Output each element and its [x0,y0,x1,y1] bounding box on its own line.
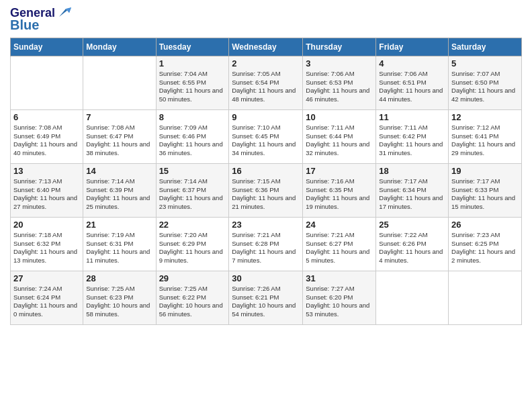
day-number: 29 [159,273,226,283]
day-number: 24 [306,220,373,230]
header: General Blue [10,7,522,32]
calendar-cell: 4Sunrise: 7:06 AM Sunset: 6:51 PM Daylig… [376,56,449,109]
weekday-header-cell: Sunday [11,38,83,56]
day-info: Sunrise: 7:15 AM Sunset: 6:36 PM Dayligh… [232,177,300,212]
calendar-cell: 30Sunrise: 7:26 AM Sunset: 6:21 PM Dayli… [229,271,303,324]
weekday-header-cell: Friday [376,38,449,56]
day-number: 22 [159,220,226,230]
calendar-cell: 21Sunrise: 7:19 AM Sunset: 6:31 PM Dayli… [83,217,156,271]
logo-blue: Blue [10,17,39,32]
day-number: 21 [86,220,152,230]
calendar-week-row: 1Sunrise: 7:04 AM Sunset: 6:55 PM Daylig… [11,56,522,109]
day-number: 16 [232,166,300,176]
day-number: 20 [13,220,80,230]
day-number: 31 [306,273,373,283]
day-info: Sunrise: 7:20 AM Sunset: 6:29 PM Dayligh… [159,231,226,265]
calendar-cell: 24Sunrise: 7:21 AM Sunset: 6:27 PM Dayli… [303,217,376,271]
day-number: 23 [232,220,300,230]
calendar-week-row: 20Sunrise: 7:18 AM Sunset: 6:32 PM Dayli… [11,217,522,271]
calendar-cell [83,56,156,109]
weekday-header-cell: Thursday [303,38,376,56]
calendar-cell: 5Sunrise: 7:07 AM Sunset: 6:50 PM Daylig… [449,56,522,109]
day-info: Sunrise: 7:11 AM Sunset: 6:42 PM Dayligh… [379,124,445,158]
calendar-cell: 11Sunrise: 7:11 AM Sunset: 6:42 PM Dayli… [376,109,449,163]
day-info: Sunrise: 7:19 AM Sunset: 6:31 PM Dayligh… [86,231,152,265]
day-number: 25 [379,220,445,230]
day-number: 27 [13,273,80,283]
logo: General Blue [10,7,71,32]
calendar-cell: 7Sunrise: 7:08 AM Sunset: 6:47 PM Daylig… [83,109,156,163]
calendar-cell: 6Sunrise: 7:08 AM Sunset: 6:49 PM Daylig… [11,109,83,163]
day-info: Sunrise: 7:21 AM Sunset: 6:28 PM Dayligh… [232,231,300,265]
day-info: Sunrise: 7:09 AM Sunset: 6:46 PM Dayligh… [159,124,226,158]
calendar-week-row: 6Sunrise: 7:08 AM Sunset: 6:49 PM Daylig… [11,109,522,163]
weekday-header-row: SundayMondayTuesdayWednesdayThursdayFrid… [11,38,522,56]
day-info: Sunrise: 7:08 AM Sunset: 6:47 PM Dayligh… [86,124,152,158]
calendar-cell: 19Sunrise: 7:17 AM Sunset: 6:33 PM Dayli… [449,163,522,217]
calendar-cell: 27Sunrise: 7:24 AM Sunset: 6:24 PM Dayli… [11,271,83,324]
calendar-body: 1Sunrise: 7:04 AM Sunset: 6:55 PM Daylig… [11,56,522,324]
day-info: Sunrise: 7:06 AM Sunset: 6:51 PM Dayligh… [379,70,445,104]
day-number: 18 [379,166,445,176]
day-info: Sunrise: 7:08 AM Sunset: 6:49 PM Dayligh… [13,124,80,158]
calendar-cell [376,271,449,324]
day-info: Sunrise: 7:06 AM Sunset: 6:53 PM Dayligh… [306,70,373,104]
day-number: 4 [379,58,445,68]
day-number: 15 [159,166,226,176]
calendar-cell: 17Sunrise: 7:16 AM Sunset: 6:35 PM Dayli… [303,163,376,217]
calendar-cell [449,271,522,324]
day-info: Sunrise: 7:23 AM Sunset: 6:25 PM Dayligh… [451,231,519,265]
day-info: Sunrise: 7:14 AM Sunset: 6:39 PM Dayligh… [86,177,152,212]
day-number: 7 [86,112,152,122]
calendar-cell: 15Sunrise: 7:14 AM Sunset: 6:37 PM Dayli… [156,163,229,217]
day-number: 28 [86,273,152,283]
day-number: 1 [159,58,226,68]
day-info: Sunrise: 7:13 AM Sunset: 6:40 PM Dayligh… [13,177,80,212]
calendar-cell: 20Sunrise: 7:18 AM Sunset: 6:32 PM Dayli… [11,217,83,271]
day-info: Sunrise: 7:05 AM Sunset: 6:54 PM Dayligh… [232,70,300,104]
calendar-cell: 18Sunrise: 7:17 AM Sunset: 6:34 PM Dayli… [376,163,449,217]
day-info: Sunrise: 7:11 AM Sunset: 6:44 PM Dayligh… [306,124,373,158]
calendar-cell: 10Sunrise: 7:11 AM Sunset: 6:44 PM Dayli… [303,109,376,163]
calendar-cell: 23Sunrise: 7:21 AM Sunset: 6:28 PM Dayli… [229,217,303,271]
day-info: Sunrise: 7:16 AM Sunset: 6:35 PM Dayligh… [306,177,373,212]
day-number: 11 [379,112,445,122]
day-number: 6 [13,112,80,122]
day-info: Sunrise: 7:12 AM Sunset: 6:41 PM Dayligh… [451,124,519,158]
day-number: 3 [306,58,373,68]
day-number: 2 [232,58,300,68]
day-number: 26 [451,220,519,230]
calendar-cell: 3Sunrise: 7:06 AM Sunset: 6:53 PM Daylig… [303,56,376,109]
day-number: 9 [232,112,300,122]
day-info: Sunrise: 7:17 AM Sunset: 6:33 PM Dayligh… [451,177,519,212]
weekday-header-cell: Saturday [449,38,522,56]
day-number: 14 [86,166,152,176]
day-info: Sunrise: 7:14 AM Sunset: 6:37 PM Dayligh… [159,177,226,212]
day-number: 8 [159,112,226,122]
day-info: Sunrise: 7:18 AM Sunset: 6:32 PM Dayligh… [13,231,80,265]
day-info: Sunrise: 7:04 AM Sunset: 6:55 PM Dayligh… [159,70,226,104]
calendar-cell: 22Sunrise: 7:20 AM Sunset: 6:29 PM Dayli… [156,217,229,271]
day-number: 30 [232,273,300,283]
day-info: Sunrise: 7:10 AM Sunset: 6:45 PM Dayligh… [232,124,300,158]
day-info: Sunrise: 7:24 AM Sunset: 6:24 PM Dayligh… [13,285,80,319]
calendar-cell: 25Sunrise: 7:22 AM Sunset: 6:26 PM Dayli… [376,217,449,271]
calendar-cell: 2Sunrise: 7:05 AM Sunset: 6:54 PM Daylig… [229,56,303,109]
day-number: 13 [13,166,80,176]
calendar-cell: 26Sunrise: 7:23 AM Sunset: 6:25 PM Dayli… [449,217,522,271]
day-info: Sunrise: 7:25 AM Sunset: 6:23 PM Dayligh… [86,285,152,319]
calendar-cell: 16Sunrise: 7:15 AM Sunset: 6:36 PM Dayli… [229,163,303,217]
calendar-cell: 9Sunrise: 7:10 AM Sunset: 6:45 PM Daylig… [229,109,303,163]
calendar-cell: 8Sunrise: 7:09 AM Sunset: 6:46 PM Daylig… [156,109,229,163]
day-info: Sunrise: 7:07 AM Sunset: 6:50 PM Dayligh… [451,70,519,104]
day-number: 19 [451,166,519,176]
weekday-header-cell: Tuesday [156,38,229,56]
day-number: 17 [306,166,373,176]
calendar-cell: 12Sunrise: 7:12 AM Sunset: 6:41 PM Dayli… [449,109,522,163]
calendar-cell: 14Sunrise: 7:14 AM Sunset: 6:39 PM Dayli… [83,163,156,217]
page-container: General Blue SundayMondayTuesdayWednesda… [0,0,532,332]
day-info: Sunrise: 7:27 AM Sunset: 6:20 PM Dayligh… [306,285,373,319]
day-info: Sunrise: 7:26 AM Sunset: 6:21 PM Dayligh… [232,285,300,319]
calendar-cell: 1Sunrise: 7:04 AM Sunset: 6:55 PM Daylig… [156,56,229,109]
calendar-cell: 13Sunrise: 7:13 AM Sunset: 6:40 PM Dayli… [11,163,83,217]
